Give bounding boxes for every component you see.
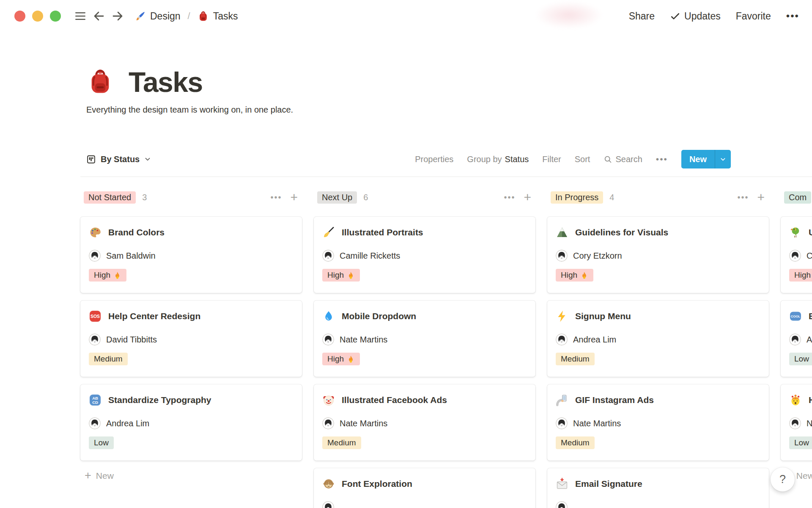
task-card[interactable]: Illustrated Portraits Camille Ricketts H… [314,217,535,293]
search-icon [604,155,612,164]
search-button[interactable]: Search [604,155,642,164]
column-status-badge[interactable]: In Progress [551,191,603,204]
filter-button[interactable]: Filter [542,155,561,164]
avatar [89,334,101,345]
priority-badge: High [556,269,593,282]
card-title: Guidelines for Visuals [575,227,668,237]
card-title: H [809,395,812,405]
task-card[interactable]: Font Exploration [314,468,535,508]
column-status-badge[interactable]: Not Started [84,191,136,204]
task-card[interactable]: Email Signature [547,468,769,508]
column-status-badge[interactable]: Com [784,191,811,204]
plus-icon: + [85,470,91,481]
abcd-icon [89,394,102,406]
breadcrumb-tasks[interactable]: Tasks [195,9,241,24]
column-more-button[interactable]: ••• [270,193,282,202]
properties-button[interactable]: Properties [415,155,453,164]
sort-button[interactable]: Sort [575,155,590,164]
avatar [322,334,334,345]
see-no-evil-monkey-icon [322,478,335,490]
updates-button[interactable]: Updates [670,11,721,22]
task-card[interactable]: E A Low [781,301,812,377]
view-more-button[interactable]: ••• [656,154,668,164]
breadcrumb-design[interactable]: Design [132,9,183,24]
column-add-button[interactable]: + [290,191,298,204]
zoom-window-button[interactable] [50,11,61,22]
column-add-button[interactable]: + [757,191,765,204]
incoming-envelope-icon [556,478,568,490]
card-title: Signup Menu [575,311,631,321]
avatar [322,417,334,429]
task-card[interactable]: GIF Instagram Ads Nate Martins Medium [547,384,769,461]
add-card-button[interactable]: +New [80,470,114,481]
share-button[interactable]: Share [629,11,655,22]
priority-badge: Low [89,436,114,449]
sos-icon [89,310,102,323]
page-content: Tasks Everything the design team is work… [0,68,812,508]
priority-badge: High [789,269,812,282]
favorite-button[interactable]: Favorite [736,11,771,22]
column-more-button[interactable]: ••• [504,193,515,202]
card-title: Email Signature [575,479,642,489]
selfie-icon [556,394,568,406]
group-by-value: Status [505,155,529,164]
column-add-button[interactable]: + [524,191,531,204]
task-card[interactable]: U C High [781,217,812,293]
board-view-icon [86,155,96,164]
task-card[interactable]: Brand Colors Sam Baldwin High [80,217,302,293]
droplet-icon [322,310,335,323]
avatar [89,250,101,262]
page-icon-backpack[interactable] [86,68,114,97]
more-options-button[interactable]: ••• [786,10,799,22]
board-column-next-up: Next Up 6 ••• + Illustrated Portraits Ca… [314,190,535,508]
avatar [556,250,568,262]
task-card[interactable]: Mobile Dropdown Nate Martins High [314,301,535,377]
column-count: 4 [609,193,614,202]
group-by-button[interactable]: Group by Status [467,155,529,164]
arrow-left-icon [92,9,106,23]
assignee-name: Andrea Lim [573,335,616,345]
task-card[interactable]: Illustrated Facebook Ads Nate Martins Me… [314,384,535,461]
card-title: GIF Instagram Ads [575,395,654,405]
task-card[interactable]: Guidelines for Visuals Cory Etzkorn High [547,217,769,293]
priority-badge: Low [789,436,812,449]
close-window-button[interactable] [14,11,25,22]
card-title: Mobile Dropdown [342,311,416,321]
task-card[interactable]: Help Center Redesign David Tibbitts Medi… [80,301,302,377]
view-selector[interactable]: By Status [86,155,151,164]
help-button[interactable]: ? [771,467,795,491]
arrow-right-icon [111,9,124,23]
assignee-name: Sam Baldwin [106,251,156,261]
new-button[interactable]: New [681,150,731,168]
task-card[interactable]: Signup Menu Andrea Lim Medium [547,301,769,377]
paintbrush-icon [134,11,146,22]
assignee-name: David Tibbitts [106,335,157,345]
assignee-name: N [807,419,812,428]
card-title: U [809,227,812,237]
writing-hand-icon [322,226,335,239]
card-title: Illustrated Facebook Ads [342,395,447,405]
back-button[interactable] [90,7,108,25]
window-topbar: Design / Tasks Share Updates Favorite ••… [0,0,812,32]
priority-badge: Low [789,353,812,365]
exploding-head-icon [789,394,802,406]
task-card[interactable]: H N Low [781,384,812,461]
priority-badge: High [322,353,360,365]
clown-face-icon [322,394,335,406]
column-more-button[interactable]: ••• [737,193,749,202]
task-card[interactable]: Standardize Typography Andrea Lim Low [80,384,302,461]
new-button-dropdown[interactable] [715,150,731,168]
avatar [556,334,568,345]
board-column-in-progress: In Progress 4 ••• + Guidelines for Visua… [547,190,769,508]
ellipsis-icon: ••• [656,154,668,164]
column-status-badge[interactable]: Next Up [317,191,357,204]
fire-icon [580,271,588,279]
forward-button[interactable] [108,7,127,25]
cool-icon [789,310,802,323]
priority-badge: High [322,269,360,282]
breadcrumb-tasks-label: Tasks [213,11,238,22]
priority-badge: Medium [556,353,595,365]
palette-icon [89,226,102,239]
sidebar-toggle-button[interactable] [71,7,90,25]
minimize-window-button[interactable] [32,11,43,22]
